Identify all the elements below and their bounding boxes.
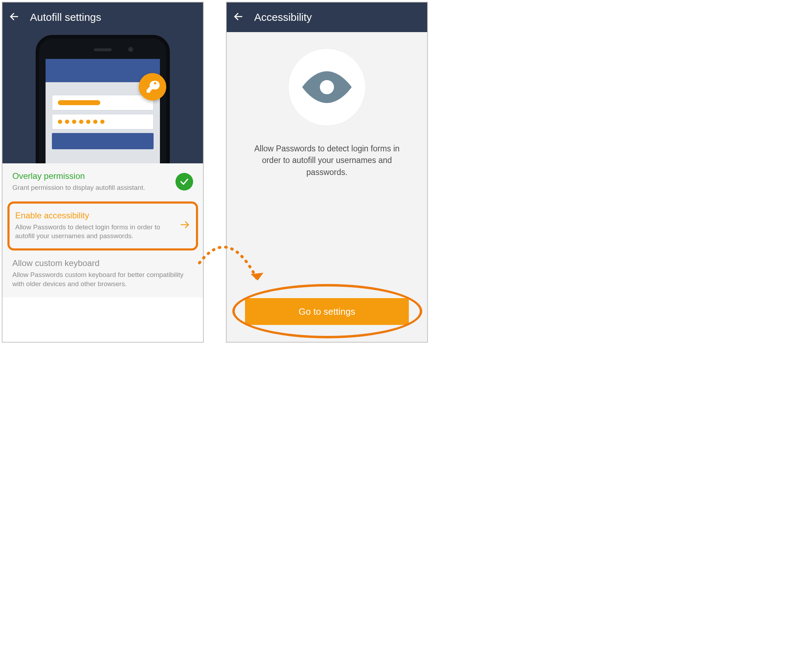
page-title: Accessibility	[254, 11, 312, 23]
autofill-settings-screen: Autofill settings Overlay permission Gra	[2, 2, 204, 343]
key-icon	[139, 73, 166, 101]
setting-desc: Allow Passwords to detect login forms in…	[15, 222, 173, 241]
page-title: Autofill settings	[30, 11, 101, 23]
setting-desc: Grant permission to display autofill ass…	[12, 183, 169, 192]
appbar: Autofill settings	[3, 3, 203, 32]
accessibility-body: Allow Passwords to detect login forms in…	[227, 32, 427, 342]
eye-icon	[288, 48, 366, 126]
hero-illustration	[3, 32, 203, 163]
appbar: Accessibility	[227, 3, 427, 32]
accessibility-screen: Accessibility Allow Passwords to detect …	[226, 2, 428, 343]
settings-list: Overlay permission Grant permission to d…	[3, 163, 203, 297]
check-icon	[176, 173, 193, 190]
arrow-right-icon	[180, 219, 190, 232]
setting-title: Overlay permission	[12, 171, 169, 181]
setting-enable-accessibility[interactable]: Enable accessibility Allow Passwords to …	[9, 204, 196, 248]
accessibility-desc: Allow Passwords to detect login forms in…	[254, 143, 400, 178]
setting-allow-custom-keyboard[interactable]: Allow custom keyboard Allow Passwords cu…	[3, 250, 203, 297]
back-icon[interactable]	[233, 11, 244, 23]
setting-desc: Allow Passwords custom keyboard for bett…	[12, 270, 193, 288]
setting-title: Allow custom keyboard	[12, 258, 193, 268]
setting-title: Enable accessibility	[15, 211, 173, 221]
go-to-settings-button[interactable]: Go to settings	[245, 298, 409, 325]
back-icon[interactable]	[9, 11, 20, 23]
setting-overlay-permission[interactable]: Overlay permission Grant permission to d…	[3, 163, 203, 201]
highlight-enable-accessibility: Enable accessibility Allow Passwords to …	[8, 201, 198, 250]
